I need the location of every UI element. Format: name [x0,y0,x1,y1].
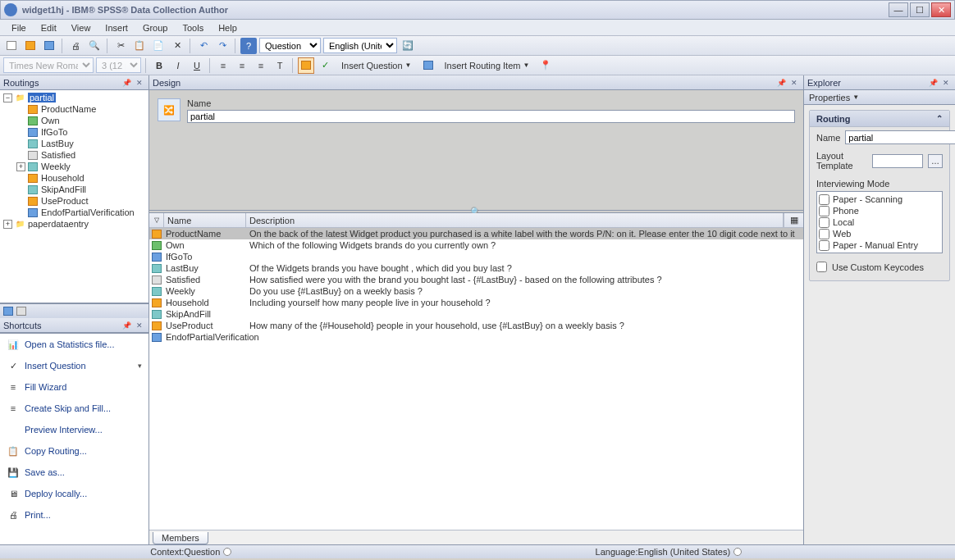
menu-file[interactable]: File [5,21,33,34]
shortcut-item[interactable]: 💾Save as... [0,462,149,483]
shortcut-item[interactable]: ≡Fill Wizard [0,376,149,398]
italic-button[interactable]: I [170,57,186,74]
paste-button[interactable]: 📄 [150,38,167,54]
toggle-design-button[interactable] [298,57,314,74]
tree-node[interactable]: SkipAndFill [41,184,86,194]
maximize-button[interactable]: ☐ [910,2,930,17]
prop-name-input[interactable] [845,130,955,144]
align-left-button[interactable]: ≡ [215,57,231,74]
insert-routing-button[interactable]: Insert Routing Item ▼ [439,57,536,74]
other-tab-icon[interactable] [16,307,26,316]
language-indicator-icon[interactable] [733,548,742,556]
interview-mode-list[interactable]: Paper - ScanningPhoneLocalWebPaper - Man… [816,191,943,253]
grid-options-button[interactable]: ▦ [784,213,803,227]
context-indicator-icon[interactable] [223,548,231,556]
explorer-pin-button[interactable]: 📌 [927,77,939,89]
routings-close-button[interactable]: ✕ [134,77,145,89]
mode-item[interactable]: Paper - Scanning [819,193,940,205]
language-combo[interactable]: English (United St [323,38,397,53]
table-row[interactable]: EndofPartialVerification [149,331,803,343]
tree-node[interactable]: ProductName [41,104,96,114]
shortcut-item[interactable]: 📋Copy Routing... [0,440,149,462]
design-name-input[interactable] [187,110,795,123]
menu-group[interactable]: Group [136,21,175,34]
prop-layout-input[interactable] [872,154,923,168]
mode-checkbox[interactable] [819,217,829,228]
question-type-combo[interactable]: Question [259,38,321,53]
table-row[interactable]: SkipAndFill [149,308,803,320]
mode-item[interactable]: Phone [819,205,940,216]
print-button[interactable]: 🖨 [67,38,84,54]
design-pin-button[interactable]: 📌 [775,77,787,89]
shortcuts-pin-button[interactable]: 📌 [121,320,132,331]
minimize-button[interactable]: — [889,2,908,17]
align-right-button[interactable]: ≡ [253,57,269,74]
delete-button[interactable]: ✕ [169,38,185,54]
open-button[interactable] [22,38,39,54]
layout-browse-button[interactable]: … [928,154,943,168]
tree-node[interactable]: UseProduct [41,196,88,206]
tree-node[interactable]: Own [41,116,60,125]
routing-icon-button[interactable] [420,57,436,74]
cut-button[interactable]: ✂ [112,38,129,54]
tree-node[interactable]: EndofPartialVerification [41,207,135,217]
tree-expand-icon[interactable]: + [3,220,12,229]
preview-button[interactable]: 🔍 [86,38,103,54]
collapse-chevron-icon[interactable]: ⌃ [936,114,943,123]
tree-node[interactable]: LastBuy [41,139,74,148]
copy-button[interactable]: 📋 [131,38,148,54]
table-row[interactable]: SatisfiedHow satisfied were you with the… [149,274,803,285]
shortcut-item[interactable]: Preview Interview... [0,419,149,440]
table-row[interactable]: ProductNameOn the back of the latest Wid… [149,228,803,239]
routing-box-header[interactable]: Routing ⌃ [810,111,949,127]
properties-dropdown[interactable]: Properties▼ [804,90,955,105]
routings-tab-icon[interactable] [3,307,13,316]
underline-button[interactable]: U [189,57,205,74]
table-row[interactable]: UseProductHow many of the {#Household} p… [149,320,803,331]
table-row[interactable]: LastBuyOf the Widgets brands you have bo… [149,262,803,274]
tree-node[interactable]: Weekly [41,162,71,171]
font-color-button[interactable]: T [272,57,288,74]
custom-keycodes-checkbox[interactable] [816,262,827,272]
shortcut-item[interactable]: 🖥Deploy locally... [0,483,149,504]
menu-tools[interactable]: Tools [176,21,210,34]
tree-node-partial[interactable]: partial [28,93,56,102]
table-row[interactable]: HouseholdIncluding yourself how many peo… [149,297,803,308]
check-button[interactable]: ✓ [317,57,333,74]
mode-checkbox[interactable] [819,229,829,239]
tree-node[interactable]: IfGoTo [41,127,67,137]
mode-checkbox[interactable] [819,240,829,251]
shortcut-item[interactable]: 🖨Print... [0,504,149,526]
tree-node[interactable]: Household [41,173,85,183]
tree-expand-icon[interactable]: + [16,162,25,171]
shortcut-item[interactable]: ≡Create Skip and Fill... [0,398,149,419]
save-button[interactable] [41,38,57,54]
menu-help[interactable]: Help [212,21,244,34]
shortcut-item[interactable]: 📊Open a Statistics file... [0,334,149,355]
table-row[interactable]: OwnWhich of the following Widgets brands… [149,239,803,251]
mode-item[interactable]: Web [819,228,940,239]
table-row[interactable]: WeeklyDo you use {#LastBuy} on a weekly … [149,285,803,297]
routings-pin-button[interactable]: 📌 [121,77,132,89]
table-row[interactable]: IfGoTo [149,251,803,262]
shortcut-item[interactable]: ✓Insert Question▾ [0,355,149,376]
insert-question-button[interactable]: Insert Question ▼ [336,57,418,74]
mode-item[interactable]: Paper - Manual Entry [819,239,940,251]
undo-button[interactable]: ↶ [195,38,212,54]
routings-tree[interactable]: − 📁 partial ProductNameOwnIfGoToLastBuyS… [0,90,149,303]
menu-edit[interactable]: Edit [34,21,63,34]
tree-node-paperdataentry[interactable]: paperdataentry [28,219,89,229]
design-close-button[interactable]: ✕ [788,77,800,89]
explorer-close-button[interactable]: ✕ [940,77,952,89]
members-tab[interactable]: Members [153,532,208,544]
help-button[interactable]: ? [240,38,257,54]
menu-view[interactable]: View [65,21,98,34]
redo-button[interactable]: ↷ [214,38,231,54]
bold-button[interactable]: B [151,57,167,74]
mode-checkbox[interactable] [819,194,829,205]
tree-node[interactable]: Satisfied [41,150,75,160]
grid-header-description[interactable]: Description [246,213,784,227]
mode-checkbox[interactable] [819,206,829,216]
new-button[interactable] [3,38,20,54]
design-grid[interactable]: ▽ Name Description ▦ ProductNameOn the b… [149,213,803,530]
